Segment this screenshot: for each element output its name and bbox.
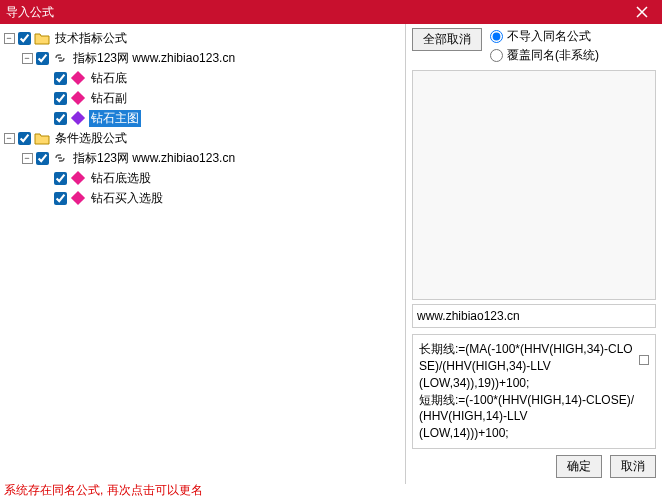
tree-formula[interactable]: 钻石主图 <box>2 108 403 128</box>
expand-toggle[interactable]: − <box>4 33 15 44</box>
tree-checkbox[interactable] <box>36 52 49 65</box>
tree-label: 技术指标公式 <box>53 30 129 47</box>
diamond-icon <box>71 71 85 85</box>
diamond-icon <box>71 111 85 125</box>
preview-url-panel: www.zhibiao123.cn <box>412 304 656 328</box>
preview-code-panel: 长期线:=(MA(-100*(HHV(HIGH,34)-CLOSE)/(HHV(… <box>412 334 656 449</box>
tree-checkbox[interactable] <box>54 192 67 205</box>
tree-checkbox[interactable] <box>18 32 31 45</box>
ok-button[interactable]: 确定 <box>556 455 602 478</box>
tree-formula[interactable]: 钻石底选股 <box>2 168 403 188</box>
diamond-icon <box>71 91 85 105</box>
expand-toggle[interactable]: − <box>4 133 15 144</box>
close-button[interactable] <box>622 0 662 24</box>
radio-no-import[interactable]: 不导入同名公式 <box>490 28 599 45</box>
formula-tree[interactable]: − 技术指标公式 − 指标123网 www.zhibiao123.cn <box>2 28 403 208</box>
link-icon <box>52 151 68 165</box>
tree-label: 钻石底选股 <box>89 170 153 187</box>
expand-toggle[interactable]: − <box>22 53 33 64</box>
radio-input[interactable] <box>490 30 503 43</box>
status-message: 系统存在同名公式, 再次点击可以更名 <box>4 482 203 499</box>
preview-image-panel <box>412 70 656 300</box>
radio-overwrite[interactable]: 覆盖同名(非系统) <box>490 47 599 64</box>
tree-checkbox[interactable] <box>36 152 49 165</box>
tree-category[interactable]: − 条件选股公式 <box>2 128 403 148</box>
tree-site[interactable]: − 指标123网 www.zhibiao123.cn <box>2 148 403 168</box>
folder-icon <box>34 31 50 45</box>
radio-input[interactable] <box>490 49 503 62</box>
tree-site[interactable]: − 指标123网 www.zhibiao123.cn <box>2 48 403 68</box>
top-controls: 全部取消 不导入同名公式 覆盖同名(非系统) <box>406 24 662 66</box>
deselect-all-button[interactable]: 全部取消 <box>412 28 482 51</box>
window-title: 导入公式 <box>6 4 54 21</box>
tree-formula[interactable]: 钻石底 <box>2 68 403 88</box>
expand-toggle[interactable]: − <box>22 153 33 164</box>
link-icon <box>52 51 68 65</box>
cancel-button[interactable]: 取消 <box>610 455 656 478</box>
title-bar: 导入公式 <box>0 0 662 24</box>
tree-label-selected: 钻石主图 <box>89 110 141 127</box>
diamond-icon <box>71 171 85 185</box>
tree-checkbox[interactable] <box>54 72 67 85</box>
tree-category[interactable]: − 技术指标公式 <box>2 28 403 48</box>
tree-checkbox[interactable] <box>54 172 67 185</box>
right-panel: 全部取消 不导入同名公式 覆盖同名(非系统) www.zhibiao123.cn… <box>406 24 662 484</box>
dialog-buttons: 确定 取消 <box>406 455 662 484</box>
dialog-body: − 技术指标公式 − 指标123网 www.zhibiao123.cn <box>0 24 662 484</box>
radio-label: 不导入同名公式 <box>507 28 591 45</box>
diamond-icon <box>71 191 85 205</box>
duplicate-mode-radios: 不导入同名公式 覆盖同名(非系统) <box>490 28 599 64</box>
tree-label: 指标123网 www.zhibiao123.cn <box>71 50 237 67</box>
formula-tree-panel: − 技术指标公式 − 指标123网 www.zhibiao123.cn <box>0 24 406 484</box>
tree-formula[interactable]: 钻石副 <box>2 88 403 108</box>
radio-label: 覆盖同名(非系统) <box>507 47 599 64</box>
tree-label: 钻石副 <box>89 90 129 107</box>
tree-label: 钻石底 <box>89 70 129 87</box>
tree-label: 钻石买入选股 <box>89 190 165 207</box>
folder-icon <box>34 131 50 145</box>
tree-formula[interactable]: 钻石买入选股 <box>2 188 403 208</box>
tree-checkbox[interactable] <box>18 132 31 145</box>
tree-checkbox[interactable] <box>54 92 67 105</box>
tree-checkbox[interactable] <box>54 112 67 125</box>
tree-label: 条件选股公式 <box>53 130 129 147</box>
preview-code: 长期线:=(MA(-100*(HHV(HIGH,34)-CLOSE)/(HHV(… <box>419 341 635 442</box>
tree-label: 指标123网 www.zhibiao123.cn <box>71 150 237 167</box>
small-checkbox[interactable] <box>639 355 649 365</box>
preview-url: www.zhibiao123.cn <box>417 309 520 323</box>
